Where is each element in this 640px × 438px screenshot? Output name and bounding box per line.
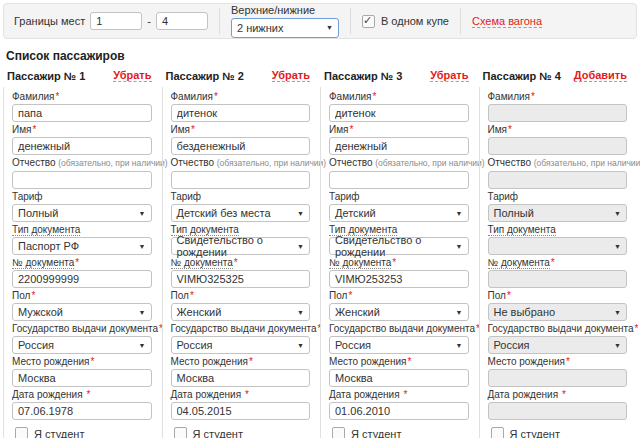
doc-type-select[interactable]: Свидетельство о рождении ▼ (329, 237, 469, 255)
seat-to-input[interactable] (156, 12, 208, 30)
patronymic-field: Отчество (обязательно, при наличии) (12, 157, 152, 189)
dropdown-arrow-icon: ▼ (456, 243, 463, 250)
patronymic-note: (обязательно, при наличии) (58, 158, 167, 168)
first-name-input[interactable] (171, 137, 311, 155)
surname-label: Фамилия* (12, 91, 152, 102)
tariff-select[interactable]: Полный ▼ (488, 204, 628, 222)
issuing-country-select[interactable]: Россия ▼ (488, 336, 628, 354)
passenger-column: Пассажир № 3 Убрать Фамилия* Имя* Отчест… (320, 69, 479, 438)
birth-date-input[interactable] (488, 402, 628, 420)
birth-place-input[interactable] (171, 369, 311, 387)
gender-select[interactable]: Женский ▼ (171, 303, 311, 321)
gender-field: Пол* Мужской ▼ (12, 290, 152, 321)
patronymic-input[interactable] (488, 171, 628, 189)
doc-type-select[interactable]: Свидетельство о рождении ▼ (171, 237, 311, 255)
passenger-header: Пассажир № 1 Убрать (3, 69, 162, 87)
gender-value: Женский (335, 306, 380, 318)
issuing-country-field: Государство выдачи документа* Россия ▼ (329, 323, 469, 354)
doc-number-input[interactable] (12, 270, 152, 288)
gender-field: Пол* Не выбрано ▼ (488, 290, 628, 321)
birth-place-label: Место рождения* (171, 356, 311, 367)
gender-select[interactable]: Женский ▼ (329, 303, 469, 321)
first-name-input[interactable] (329, 137, 469, 155)
range-separator: - (147, 15, 151, 27)
divider (460, 8, 461, 34)
doc-type-select[interactable]: Паспорт РФ ▼ (12, 237, 152, 255)
dropdown-arrow-icon: ▼ (139, 342, 146, 349)
dropdown-arrow-icon: ▼ (456, 210, 463, 217)
student-checkbox[interactable] (174, 427, 187, 438)
doc-number-input[interactable] (329, 270, 469, 288)
car-scheme-link[interactable]: Схема вагона (472, 15, 542, 28)
surname-field: Фамилия* (12, 91, 152, 122)
student-label: Я студент (510, 428, 560, 438)
gender-select[interactable]: Не выбрано ▼ (488, 303, 628, 321)
same-coupe-checkbox[interactable] (362, 15, 375, 28)
surname-input[interactable] (329, 104, 469, 122)
passenger-fields: Фамилия* Имя* Отчество (обязательно, при… (162, 87, 321, 438)
berth-type-select[interactable]: 2 нижних ▼ (231, 18, 339, 38)
birth-place-input[interactable] (329, 369, 469, 387)
student-label: Я студент (351, 428, 401, 438)
surname-input[interactable] (488, 104, 628, 122)
surname-input[interactable] (12, 104, 152, 122)
doc-type-field: Тип документа Паспорт РФ ▼ (12, 224, 152, 255)
tariff-select[interactable]: Детский ▼ (329, 204, 469, 222)
tariff-field: Тариф Детский без места ▼ (171, 191, 311, 222)
dropdown-arrow-icon: ▼ (614, 342, 621, 349)
birth-place-label: Место рождения* (329, 356, 469, 367)
passenger-action-link[interactable]: Добавить (574, 69, 627, 82)
tariff-select[interactable]: Детский без места ▼ (171, 204, 311, 222)
tariff-value: Полный (18, 207, 58, 219)
student-checkbox[interactable] (15, 427, 28, 438)
birth-place-field: Место рождения* (329, 356, 469, 387)
first-name-label: Имя* (488, 124, 628, 135)
passenger-title: Пассажир № 1 (7, 70, 85, 82)
passenger-action-link[interactable]: Убрать (113, 69, 151, 82)
dropdown-arrow-icon: ▼ (456, 342, 463, 349)
student-checkbox[interactable] (332, 427, 345, 438)
berth-type-label: Верхние/нижние (231, 5, 339, 16)
birth-place-field: Место рождения* (488, 356, 628, 387)
doc-number-input[interactable] (488, 270, 628, 288)
issuing-country-select[interactable]: Россия ▼ (12, 336, 152, 354)
passenger-action-link[interactable]: Убрать (272, 69, 310, 82)
doc-number-input[interactable] (171, 270, 311, 288)
passenger-action-link[interactable]: Убрать (430, 69, 468, 82)
student-label: Я студент (193, 428, 243, 438)
birth-date-input[interactable] (171, 402, 311, 420)
doc-number-field: № документа* (329, 257, 469, 288)
issuing-country-label: Государство выдачи документа* (171, 323, 311, 334)
issuing-country-field: Государство выдачи документа* Россия ▼ (171, 323, 311, 354)
birth-place-input[interactable] (12, 369, 152, 387)
issuing-country-select[interactable]: Россия ▼ (329, 336, 469, 354)
tariff-label: Тариф (329, 191, 469, 202)
first-name-field: Имя* (488, 124, 628, 155)
doc-type-label: Тип документа (12, 224, 152, 235)
dropdown-arrow-icon: ▼ (326, 24, 333, 31)
patronymic-input[interactable] (171, 171, 311, 189)
dropdown-arrow-icon: ▼ (297, 243, 304, 250)
gender-value: Женский (177, 306, 222, 318)
birth-date-input[interactable] (12, 402, 152, 420)
birth-place-input[interactable] (488, 369, 628, 387)
birth-date-input[interactable] (329, 402, 469, 420)
surname-input[interactable] (171, 104, 311, 122)
first-name-input[interactable] (488, 137, 628, 155)
seat-range-label: Границы мест (14, 15, 85, 27)
issuing-country-select[interactable]: Россия ▼ (171, 336, 311, 354)
gender-select[interactable]: Мужской ▼ (12, 303, 152, 321)
birth-date-label: Дата рождения* (12, 389, 152, 400)
doc-type-select[interactable]: ▼ (488, 237, 628, 255)
dropdown-arrow-icon: ▼ (614, 309, 621, 316)
issuing-country-value: Россия (335, 339, 371, 351)
first-name-input[interactable] (12, 137, 152, 155)
doc-type-value: Паспорт РФ (18, 240, 79, 252)
patronymic-input[interactable] (329, 171, 469, 189)
patronymic-input[interactable] (12, 171, 152, 189)
seat-from-input[interactable] (90, 12, 142, 30)
surname-label: Фамилия* (171, 91, 311, 102)
student-checkbox[interactable] (491, 427, 504, 438)
tariff-select[interactable]: Полный ▼ (12, 204, 152, 222)
tariff-value: Полный (494, 207, 534, 219)
